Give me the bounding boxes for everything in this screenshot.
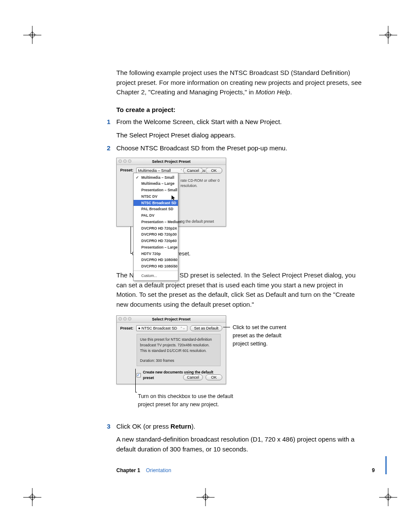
window-controls[interactable] <box>118 317 131 320</box>
callout-line <box>223 327 230 327</box>
chevron-updown-icon: ⌃⌄ <box>180 326 185 331</box>
preset-popup-value: ● NTSC Broadcast SD <box>138 326 177 331</box>
intro-text-a: The following example project uses the N… <box>116 69 361 96</box>
menu-separator <box>134 271 178 271</box>
step-3-result: A new standard-definition broadcast reso… <box>116 435 362 454</box>
page-edge-tab <box>385 456 387 474</box>
figure-2: Select Project Preset Preset: ● NTSC Bro… <box>116 315 226 391</box>
cancel-button[interactable]: Cancel <box>183 374 203 380</box>
dialog-titlebar: Select Project Preset <box>117 158 226 165</box>
step-1-text: From the Welcome Screen, click Start wit… <box>116 117 362 127</box>
dialog-title: Select Project Preset <box>152 317 191 321</box>
menu-item[interactable]: Presentation – Small <box>134 187 178 193</box>
footer-section: Orientation <box>146 467 171 473</box>
procedure-heading: To create a project: <box>116 105 362 115</box>
callout-line <box>131 253 132 254</box>
zoom-icon[interactable] <box>128 159 131 163</box>
step-3-text-bold: Return <box>171 423 191 430</box>
intro-paragraph: The following example project uses the N… <box>116 68 362 97</box>
step-2: 2 Choose NTSC Broadcast SD from the Pres… <box>116 143 362 258</box>
figure-2-annotation-right: Click to set the current preset as the d… <box>233 324 289 348</box>
menu-item[interactable]: Presentation – Medium <box>134 219 178 225</box>
step-3-number: 3 <box>107 422 110 432</box>
footer-chapter: Chapter 1 <box>116 467 140 473</box>
zoom-icon[interactable] <box>128 317 131 320</box>
menu-item[interactable]: HDTV 720p <box>134 251 178 257</box>
callout-line <box>135 369 136 392</box>
preset-description: Use this preset for NTSC standard-defini… <box>137 334 221 366</box>
dialog-1: Select Project Preset Preset: Multimedia… <box>116 158 226 227</box>
intro-text-b: . <box>290 88 292 96</box>
menu-item[interactable]: DVCPRO HD 1080i50 <box>134 263 178 270</box>
menu-item[interactable]: DVCPRO HD 720p30 <box>134 231 178 238</box>
figure-1: Select Project Preset Preset: Multimedia… <box>116 158 226 248</box>
step-3-text-b: ). <box>191 423 195 430</box>
preset-popup[interactable]: ● NTSC Broadcast SD ⌃⌄ <box>136 325 188 331</box>
menu-item[interactable]: PAL DV <box>134 212 178 219</box>
menu-item[interactable]: DVCPRO HD 720p24 <box>134 225 178 232</box>
step-3-text-a: Click OK (or press <box>116 423 171 430</box>
ok-button[interactable]: OK <box>206 168 222 174</box>
dialog-title: Select Project Preset <box>152 159 191 164</box>
minimize-icon[interactable] <box>123 317 127 320</box>
close-icon[interactable] <box>118 159 122 163</box>
page-content: The following example project uses the N… <box>116 68 362 457</box>
window-controls[interactable] <box>118 159 131 163</box>
step-1-result: The Select Project Preset dialog appears… <box>116 131 362 140</box>
dialog-titlebar: Select Project Preset <box>117 316 226 323</box>
callout-line <box>135 392 137 392</box>
menu-item[interactable]: Presentation – Large <box>134 244 178 251</box>
step-1: 1 From the Welcome Screen, click Start w… <box>116 117 362 140</box>
step-1-number: 1 <box>107 117 110 127</box>
dialog-2: Select Project Preset Preset: ● NTSC Bro… <box>116 315 226 384</box>
menu-item[interactable]: PAL Broadcast SD <box>134 206 178 212</box>
preset-label: Preset: <box>120 326 134 332</box>
callout-line <box>131 227 131 253</box>
set-as-default-button[interactable]: Set as Default <box>190 325 222 331</box>
intro-emph: Motion Help <box>255 88 290 96</box>
step-2-text: Choose NTSC Broadcast SD from the Preset… <box>116 143 362 153</box>
page-footer: Chapter 1 Orientation 9 <box>116 467 375 474</box>
cursor-icon <box>171 195 175 200</box>
step-2-number: 2 <box>107 143 110 153</box>
figure-2-caption: Turn on this checkbox to use the default… <box>138 392 246 409</box>
preset-duration-text: Duration: 300 frames <box>140 358 217 364</box>
checkbox-fragment: ng the default preset <box>181 219 224 224</box>
footer-page-number: 9 <box>372 467 375 474</box>
menu-item-custom[interactable]: Custom... <box>134 272 178 279</box>
preset-dropdown-menu[interactable]: Multimedia – Small Multimedia – Large Pr… <box>133 173 178 281</box>
minimize-icon[interactable] <box>123 159 127 163</box>
cancel-button[interactable]: Cancel <box>183 168 203 174</box>
menu-item[interactable]: DVCPRO HD 720p60 <box>134 238 178 244</box>
close-icon[interactable] <box>118 317 122 320</box>
menu-item[interactable]: DVCPRO HD 1080i60 <box>134 257 178 263</box>
menu-item[interactable]: Multimedia – Small <box>134 174 178 181</box>
description-fragment: rate CD-ROM or other 0 resolution. <box>181 178 224 189</box>
preset-description-text: Use this preset for NTSC standard-defini… <box>140 337 217 353</box>
default-preset-checkbox[interactable]: ✓ <box>137 373 141 377</box>
preset-label: Preset: <box>120 168 134 174</box>
menu-item[interactable]: Multimedia – Large <box>134 180 178 187</box>
step-3: 3 Click OK (or press Return). A new stan… <box>116 422 362 454</box>
ok-button[interactable]: OK <box>206 374 222 380</box>
